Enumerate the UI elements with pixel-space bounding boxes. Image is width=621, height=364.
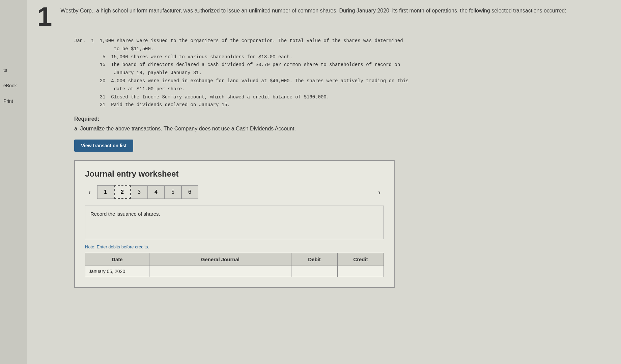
view-transaction-list-button[interactable]: View transaction list (74, 140, 133, 152)
header-general-journal: General Journal (149, 253, 291, 266)
header-credit: Credit (338, 253, 384, 266)
transaction-jan1: Jan. 1 1,000 shares were issued to the o… (74, 37, 608, 53)
transaction-jan5: 5 15,000 shares were sold to various sha… (74, 53, 608, 61)
debit-input[interactable] (295, 269, 334, 274)
table-row: January 05, 2020 (85, 266, 384, 277)
tab-6[interactable]: 6 (181, 185, 198, 199)
credit-input[interactable] (341, 269, 380, 274)
table-header-row: Date General Journal Debit Credit (85, 253, 384, 266)
sidebar: ts eBook Print (0, 0, 27, 364)
required-title: Required: (74, 116, 608, 122)
journal-table: Date General Journal Debit Credit Januar… (85, 253, 384, 277)
next-arrow[interactable]: › (375, 186, 384, 199)
row-journal-input[interactable] (149, 266, 291, 277)
transaction-jan15: 15 The board of directors declared a cas… (74, 61, 608, 77)
problem-header: 1 Westby Corp., a high school uniform ma… (37, 7, 608, 30)
tab-4[interactable]: 4 (148, 185, 165, 199)
sidebar-item-ts[interactable]: ts (3, 67, 7, 73)
instruction-box: Record the issuance of shares. (85, 206, 384, 239)
note-text: Note: Enter debits before credits. (85, 244, 384, 249)
transaction-jan31a: 31 Closed the Income Summary account, wh… (74, 93, 608, 101)
problem-number: 1 (37, 3, 52, 30)
transaction-jan20: 20 4,000 shares were issued in exchange … (74, 77, 608, 93)
row-credit-input[interactable] (338, 266, 384, 277)
tab-3[interactable]: 3 (131, 185, 148, 199)
transaction-jan31b: 31 Paid the dividends declared on Januar… (74, 101, 608, 109)
tab-1[interactable]: 1 (97, 185, 114, 199)
tab-2[interactable]: 2 (114, 185, 131, 199)
required-section: Required: a. Journalize the above transa… (74, 116, 608, 133)
header-date: Date (85, 253, 149, 266)
problem-description: Westby Corp., a high school uniform manu… (61, 7, 566, 15)
header-debit: Debit (291, 253, 338, 266)
worksheet-title: Journal entry worksheet (85, 169, 384, 179)
tab-navigation: ‹ 1 2 3 4 5 6 › (85, 185, 384, 199)
main-content: 1 Westby Corp., a high school uniform ma… (27, 0, 621, 364)
required-part-a: a. Journalize the above transactions. Th… (74, 125, 608, 133)
prev-arrow[interactable]: ‹ (85, 186, 94, 199)
worksheet-container: Journal entry worksheet ‹ 1 2 3 4 5 6 › (74, 160, 395, 288)
sidebar-item-print[interactable]: Print (3, 98, 13, 104)
journal-input[interactable] (153, 269, 288, 274)
tab-5[interactable]: 5 (165, 185, 181, 199)
row-date: January 05, 2020 (85, 266, 149, 277)
row-debit-input[interactable] (291, 266, 338, 277)
sidebar-item-ebook[interactable]: eBook (3, 83, 17, 88)
transactions-section: Jan. 1 1,000 shares were issued to the o… (74, 37, 608, 109)
